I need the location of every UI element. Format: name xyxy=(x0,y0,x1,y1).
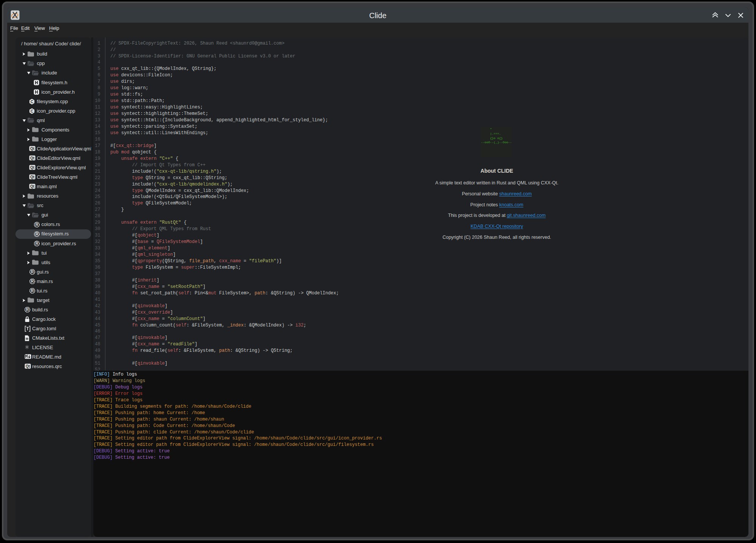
svg-text:Qt: Qt xyxy=(26,364,30,368)
svg-text:R: R xyxy=(31,279,34,283)
svg-text:R: R xyxy=(36,222,39,227)
svg-text:Qt: Qt xyxy=(30,184,35,189)
svg-text:R: R xyxy=(31,269,34,274)
svg-text:Qt: Qt xyxy=(30,156,35,160)
svg-text:R: R xyxy=(31,289,34,293)
svg-text:R: R xyxy=(36,232,39,236)
svg-text:R: R xyxy=(26,308,29,312)
svg-text:C: C xyxy=(31,108,34,113)
svg-text:Qt: Qt xyxy=(30,147,35,151)
svg-text:C: C xyxy=(31,99,34,104)
svg-text:Qt: Qt xyxy=(30,175,35,179)
svg-text:R: R xyxy=(36,241,39,246)
svg-text:Qt: Qt xyxy=(30,166,35,170)
